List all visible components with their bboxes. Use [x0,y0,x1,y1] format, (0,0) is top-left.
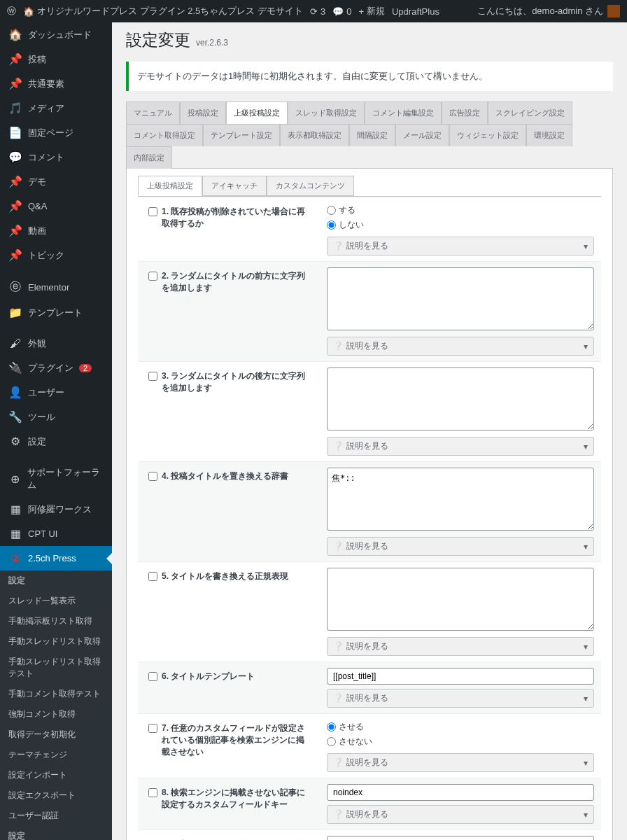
setting-1-label: 1. 既存投稿が削除されていた場合に再取得するか [162,206,309,230]
setting-1-opt1[interactable]: する [327,204,355,216]
main-tab-14[interactable]: 内部設定 [126,146,172,169]
help-toggle-4[interactable]: ❔説明を見る▾ [327,537,594,556]
setting-7-opt1[interactable]: させる [327,721,364,733]
main-tab-10[interactable]: 間隔設定 [349,124,395,146]
menu-demo[interactable]: 📌デモ [0,169,112,194]
gear-icon: ⚙ [8,435,22,448]
submenu-heading-settei2[interactable]: 設定 [0,826,112,840]
main-tab-2[interactable]: 上級投稿設定 [226,102,288,124]
setting-4-label: 4. 投稿タイトルを置き換える辞書 [162,470,288,482]
main-tab-9[interactable]: 表示都取得設定 [280,124,349,146]
submenu-theme-change[interactable]: テーマチェンジ [0,745,112,765]
menu-pages[interactable]: 📄固定ページ [0,120,112,145]
menu-elementor[interactable]: ⓔElementor [0,274,112,300]
main-tabs: マニュアル投稿設定上級投稿設定スレッド取得設定コメント編集設定広告設定スクレイピ… [126,102,613,169]
setting-5-checkbox[interactable] [148,572,157,581]
setting-6-checkbox[interactable] [148,672,157,681]
main-tab-0[interactable]: マニュアル [126,102,180,124]
submenu-data-init[interactable]: 取得データ初期化 [0,724,112,745]
help-toggle-1[interactable]: ❔説明を見る▾ [327,237,594,255]
setting-9-textarea[interactable] [327,836,594,840]
setting-6-label: 6. タイトルテンプレート [162,671,255,682]
setting-2-checkbox[interactable] [148,272,157,281]
menu-ashura[interactable]: ▦阿修羅ワークス [0,497,112,522]
menu-topic[interactable]: 📌トピック [0,243,112,267]
inner-tab-2[interactable]: カスタムコンテンツ [267,176,354,196]
updates-icon[interactable]: ⟳ 3 [310,6,325,17]
menu-settings[interactable]: ⚙設定 [0,429,112,454]
submenu-board-fetch[interactable]: 手動掲示板リスト取得 [0,611,112,631]
wrench-icon: 🔧 [8,410,22,424]
main-tab-1[interactable]: 投稿設定 [180,102,226,124]
pin-icon: 📌 [8,224,22,237]
setting-3: 3. ランダムにタイトルの後方に文字列を追加します ❔説明を見る▾ [138,361,601,461]
setting-6-input[interactable] [327,668,594,685]
submenu-force-comment[interactable]: 強制コメント取得 [0,704,112,724]
wp-logo-icon[interactable]: ⓦ [7,5,16,18]
new-link[interactable]: + 新規 [358,5,385,18]
setting-3-checkbox[interactable] [148,372,157,381]
setting-4-textarea[interactable] [327,468,594,531]
submenu-thread-fetch[interactable]: 手動スレッドリスト取得 [0,631,112,652]
menu-users[interactable]: 👤ユーザー [0,380,112,405]
menu-dashboard[interactable]: 🏠ダッシュボード [0,22,112,47]
greeting[interactable]: こんにちは、demo-admin さん [477,5,603,18]
main-tab-11[interactable]: メール設定 [395,124,449,146]
setting-4-checkbox[interactable] [148,472,157,481]
help-toggle-6[interactable]: ❔説明を見る▾ [327,689,594,708]
setting-7-checkbox[interactable] [148,724,157,733]
menu-tools[interactable]: 🔧ツール [0,405,112,429]
main-tab-7[interactable]: コメント取得設定 [126,124,203,146]
help-toggle-7[interactable]: ❔説明を見る▾ [327,753,594,772]
menu-cptui[interactable]: ▦CPT UI [0,522,112,546]
help-toggle-5[interactable]: ❔説明を見る▾ [327,637,594,656]
site-link[interactable]: 🏠 オリジナルワードプレス プラグイン 2.5ちゃんプレス デモサイト [23,5,303,18]
menu-25ch[interactable]: ②2.5ch Press [0,546,112,570]
inner-tab-1[interactable]: アイキャッチ [202,176,267,196]
help-toggle-8[interactable]: ❔説明を見る▾ [327,805,594,824]
dashboard-icon: 🏠 [8,28,22,41]
main-tab-6[interactable]: スクレイピング設定 [488,102,572,124]
avatar[interactable] [607,5,620,18]
submenu-export[interactable]: 設定エクスポート [0,785,112,806]
menu-posts[interactable]: 📌投稿 [0,47,112,71]
setting-3-textarea[interactable] [327,368,594,430]
submenu-auth[interactable]: ユーザー認証 [0,806,112,826]
chevron-down-icon: ▾ [584,758,588,768]
menu-shared[interactable]: 📌共通要素 [0,71,112,96]
setting-2-textarea[interactable] [327,267,594,330]
menu-appearance[interactable]: 🖌外観 [0,332,112,356]
menu-plugins[interactable]: 🔌プラグイン 2 [0,356,112,380]
main-tab-5[interactable]: 広告設定 [442,102,488,124]
submenu-thread-fetch-test[interactable]: 手動スレッドリスト取得テスト [0,652,112,684]
menu-comments[interactable]: 💬コメント [0,145,112,169]
menu-template[interactable]: 📁テンプレート [0,300,112,325]
submenu-comment-fetch-test[interactable]: 手動コメント取得テスト [0,684,112,704]
menu-qa[interactable]: 📌Q&A [0,194,112,218]
setting-7-opt2[interactable]: させない [327,736,372,748]
help-toggle-3[interactable]: ❔説明を見る▾ [327,437,594,456]
submenu-import[interactable]: 設定インポート [0,765,112,785]
menu-video[interactable]: 📌動画 [0,218,112,243]
main-tab-4[interactable]: コメント編集設定 [365,102,442,124]
help-toggle-2[interactable]: ❔説明を見る▾ [327,337,594,356]
menu-media[interactable]: 🎵メディア [0,96,112,120]
brush-icon: 🖌 [8,337,22,350]
setting-1-checkbox[interactable] [148,207,157,216]
setting-1-opt2[interactable]: しない [327,219,364,231]
updraft-link[interactable]: UpdraftPlus [392,6,439,17]
pin-icon: 📌 [8,175,22,188]
menu-support[interactable]: ⊕サポートフォーラム [0,461,112,497]
submenu-thread-list[interactable]: スレッド一覧表示 [0,591,112,611]
setting-1: 1. 既存投稿が削除されていた場合に再取得するか する しない ❔説明を見る▾ [138,197,601,261]
main-tab-8[interactable]: テンプレート設定 [203,124,280,146]
inner-tab-0[interactable]: 上級投稿設定 [138,176,202,196]
main-tab-12[interactable]: ウィジェット設定 [449,124,526,146]
setting-5-textarea[interactable] [327,568,594,631]
comments-icon[interactable]: 💬 0 [332,6,351,17]
setting-8-input[interactable] [327,784,594,801]
submenu-heading-settei[interactable]: 設定 [0,570,112,591]
main-tab-13[interactable]: 環境設定 [526,124,572,146]
setting-8-checkbox[interactable] [148,788,157,797]
main-tab-3[interactable]: スレッド取得設定 [288,102,365,124]
